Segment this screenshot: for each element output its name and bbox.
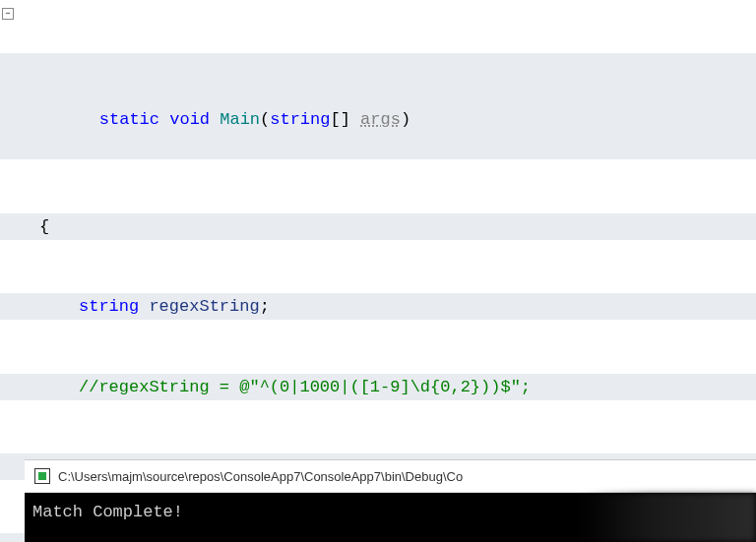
code-line-comment: //regexString = @"^(0|1000|([1-9]\d{0,2}… — [0, 374, 756, 400]
console-title: C:\Users\majm\source\repos\ConsoleApp7\C… — [58, 469, 463, 484]
console-titlebar[interactable]: C:\Users\majm\source\repos\ConsoleApp7\C… — [25, 460, 756, 493]
code-line: string regexString; — [0, 293, 756, 320]
code-line: { — [0, 213, 756, 240]
console-output[interactable]: Match Complete! — [25, 493, 756, 542]
code-line: − static void Main(string[] args) — [0, 53, 756, 159]
console-icon — [34, 468, 50, 484]
console-window: C:\Users\majm\source\repos\ConsoleApp7\C… — [25, 459, 756, 542]
console-text: Match Complete! — [32, 503, 183, 521]
collapse-icon[interactable]: − — [2, 8, 14, 20]
console-blur — [579, 493, 756, 542]
